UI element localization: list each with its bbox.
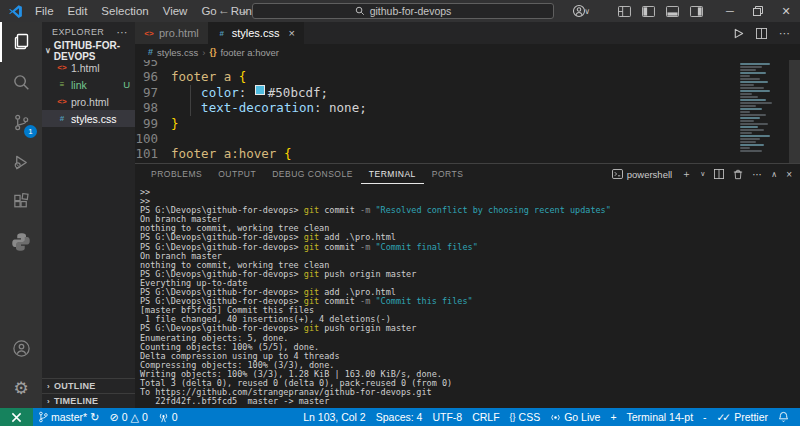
eol-status[interactable]: CRLF (467, 411, 504, 423)
file-item-1-html[interactable]: <>1.html (42, 59, 135, 76)
code-editor[interactable]: 9596footer a {97 color: #50bcdf;98 text-… (135, 60, 800, 163)
file-list: <>1.html≡linkU<>pro.html#styles.css (42, 59, 135, 127)
terminal-font-decrease-button[interactable]: - (698, 411, 712, 423)
bottom-panel: PROBLEMSOUTPUTDEBUG CONSOLETERMINALPORTS… (135, 163, 800, 408)
terminal-icon (612, 169, 623, 179)
terminal-line: PS G:\Devops\github-for-devops> git comm… (140, 206, 800, 215)
menu-view[interactable]: View (156, 0, 195, 22)
main-area: 1 ⚙ EXPLORER ⋯ (0, 22, 800, 408)
editor-scrollbar[interactable] (789, 60, 800, 163)
customize-layout-icon[interactable] (612, 0, 636, 22)
new-terminal-icon[interactable]: ＋ (681, 167, 691, 181)
problems-status[interactable]: ⊘ 0 △ 0 (104, 411, 152, 423)
tab-styles-css[interactable]: # styles.css × (208, 22, 304, 44)
tab-pro-html[interactable]: <> pro.html (135, 22, 208, 44)
file-item-pro-html[interactable]: <>pro.html (42, 93, 135, 110)
file-item-link[interactable]: ≡linkU (42, 76, 135, 93)
css-icon: # (217, 29, 227, 38)
prettier-status[interactable]: ✓✓ Prettier (712, 411, 773, 423)
terminal-font-size-status[interactable]: Terminal 14-pt (622, 411, 699, 423)
chevron-down-icon[interactable]: ∨ (584, 7, 590, 16)
panel-tab-output[interactable]: OUTPUT (210, 164, 264, 184)
search-value: github-for-devops (370, 5, 452, 17)
file-name: pro.html (71, 96, 109, 108)
chevron-right-icon: › (47, 397, 50, 406)
git-branch-status[interactable]: master* ↻ (33, 411, 104, 423)
toggle-panel-icon[interactable] (660, 0, 684, 22)
editor-actions: ⋯ (733, 22, 800, 44)
go-live-button[interactable]: Go Live (545, 411, 605, 423)
panel-tab-ports[interactable]: PORTS (424, 164, 472, 184)
toggle-secondary-sidebar-icon[interactable] (684, 0, 708, 22)
close-button[interactable]: ✕ (772, 0, 800, 22)
source-control-icon[interactable]: 1 (0, 102, 42, 142)
file-item-styles-css[interactable]: #styles.css (42, 110, 135, 127)
nav-forward-icon[interactable]: → (237, 0, 249, 21)
panel-tab-debug-console[interactable]: DEBUG CONSOLE (264, 164, 361, 184)
minimap[interactable] (740, 63, 786, 153)
close-panel-icon[interactable]: × (786, 169, 792, 180)
panel-more-icon[interactable]: ⋯ (752, 169, 762, 180)
outline-section[interactable]: › OUTLINE (42, 378, 135, 393)
html-icon: <> (144, 29, 154, 38)
sidebar-bottom-sections: › OUTLINE › TIMELINE (42, 378, 135, 408)
split-editor-icon[interactable] (756, 28, 767, 39)
settings-gear-icon[interactable]: ⚙ (0, 368, 42, 408)
cursor-position[interactable]: Ln 103, Col 2 (298, 411, 370, 423)
explorer-more-actions-icon[interactable]: ⋯ (117, 26, 128, 39)
code-line: 101footer a:hover { (135, 146, 800, 161)
remote-indicator[interactable] (0, 408, 33, 426)
terminal-line: >> (140, 188, 800, 197)
chevron-down-icon[interactable]: ∨ (700, 170, 705, 178)
nav-back-icon[interactable]: ← (218, 0, 230, 21)
braces-icon: {} (510, 412, 516, 422)
python-extension-icon[interactable] (0, 222, 42, 262)
indentation-status[interactable]: Spaces: 4 (371, 411, 428, 423)
breadcrumb[interactable]: # styles.css › {} footer a:hover (135, 44, 800, 60)
terminal-output[interactable]: >>>>PS G:\Devops\github-for-devops> git … (135, 184, 800, 408)
search-icon (355, 6, 365, 16)
kill-terminal-icon[interactable] (733, 169, 743, 180)
close-tab-icon[interactable]: × (288, 27, 294, 39)
panel-actions: powershell ＋ ∨ ⋯ ∧ × (612, 167, 792, 181)
indent-guide (190, 85, 191, 116)
run-preview-icon[interactable] (733, 28, 744, 39)
shell-selector[interactable]: powershell (612, 169, 672, 180)
terminal-font-increase-button[interactable]: + (605, 411, 621, 423)
language-mode[interactable]: {} CSS (505, 411, 546, 423)
more-actions-icon[interactable]: ⋯ (779, 27, 790, 40)
chevron-right-icon: › (202, 47, 205, 58)
code-line: 98 text-decoration: none; (135, 100, 800, 115)
menu-edit[interactable]: Edit (61, 0, 95, 22)
chevron-down-icon: ∨ (45, 46, 51, 55)
panel-tab-terminal[interactable]: TERMINAL (361, 164, 424, 184)
accounts-icon[interactable] (0, 328, 42, 368)
double-check-icon: ✓✓ (717, 411, 729, 423)
color-swatch[interactable] (255, 85, 265, 95)
notifications-bell-icon[interactable] (773, 411, 794, 423)
restore-button[interactable] (744, 0, 772, 22)
extensions-icon[interactable] (0, 182, 42, 222)
menu-file[interactable]: File (28, 0, 61, 22)
ports-status[interactable]: 0 (153, 411, 183, 423)
minimize-button[interactable]: ─ (716, 0, 744, 22)
command-center-search[interactable]: github-for-devops (252, 3, 554, 19)
chevron-right-icon: › (47, 382, 50, 391)
explorer-title: EXPLORER (52, 27, 104, 37)
terminal-line: 22fd42f..bf5fcd5 master -> master (140, 397, 800, 406)
vscode-logo-icon (8, 4, 23, 19)
run-debug-icon[interactable] (0, 142, 42, 182)
toggle-sidebar-icon[interactable] (636, 0, 660, 22)
terminal-line: PS G:\Devops\github-for-devops> git comm… (140, 243, 800, 252)
timeline-section[interactable]: › TIMELINE (42, 393, 135, 408)
split-terminal-icon[interactable] (714, 169, 724, 179)
panel-tab-problems[interactable]: PROBLEMS (143, 164, 210, 184)
explorer-icon[interactable] (0, 22, 42, 62)
css-icon: # (148, 47, 153, 57)
maximize-panel-icon[interactable]: ∧ (771, 170, 777, 179)
menu-selection[interactable]: Selection (94, 0, 155, 22)
folder-root[interactable]: ∨ GITHUB-FOR-DEVOPS (42, 42, 135, 59)
encoding-status[interactable]: UTF-8 (427, 411, 467, 423)
explorer-sidebar: EXPLORER ⋯ ∨ GITHUB-FOR-DEVOPS <>1.html≡… (42, 22, 135, 408)
search-view-icon[interactable] (0, 62, 42, 102)
